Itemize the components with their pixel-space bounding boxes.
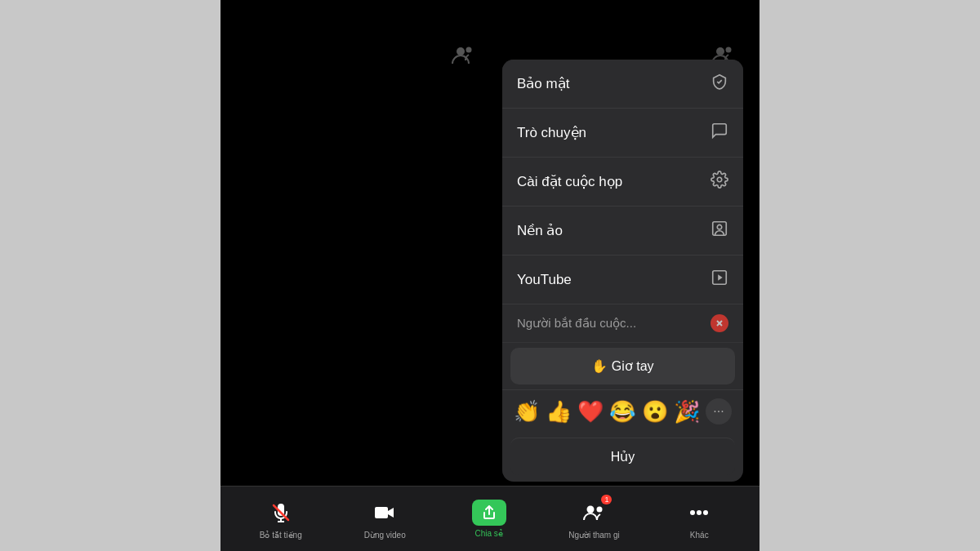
menu-item-peek[interactable]: Người bắt đầu cuộc... — [502, 304, 743, 343]
svg-marker-8 — [718, 274, 723, 280]
play-square-icon — [710, 269, 728, 291]
menu-item-virtual-bg-label: Nền ảo — [517, 222, 563, 239]
toolbar-participants[interactable]: 1 Người tham gi — [568, 498, 620, 540]
emoji-wow[interactable]: 😮 — [642, 401, 668, 422]
gear-icon — [710, 171, 728, 193]
menu-item-chat[interactable]: Trò chuyện — [502, 109, 743, 158]
raise-hand-button[interactable]: ✋ Giơ tay — [510, 348, 735, 384]
svg-point-19 — [703, 510, 708, 515]
video-area: Bảo mật Trò chuyện — [220, 0, 760, 551]
bottom-toolbar: Bỏ tắt tiếng Dừng video — [220, 486, 760, 551]
raise-hand-label: ✋ Giơ tay — [591, 359, 653, 373]
share-icon-wrapper — [472, 500, 506, 526]
emoji-heart[interactable]: ❤️ — [577, 401, 604, 422]
phone-frame: Bảo mật Trò chuyện — [220, 0, 760, 551]
participants-badge: 1 — [601, 495, 612, 504]
menu-item-settings[interactable]: Cài đặt cuộc họp — [502, 158, 743, 207]
toolbar-more[interactable]: Khác — [675, 498, 724, 540]
cancel-button[interactable]: Hủy — [510, 438, 735, 475]
participant-icon-left — [449, 42, 475, 69]
red-circle-icon — [710, 314, 728, 332]
svg-point-6 — [717, 224, 722, 229]
svg-point-1 — [466, 47, 472, 53]
person-square-icon — [710, 220, 728, 242]
toolbar-share[interactable]: Chia sẻ — [465, 500, 514, 538]
cancel-label: Hủy — [611, 450, 635, 464]
share-label: Chia sẻ — [475, 529, 503, 538]
chat-icon — [710, 122, 728, 144]
menu-item-peek-label: Người bắt đầu cuộc... — [517, 316, 636, 331]
menu-item-youtube-label: YouTube — [517, 272, 572, 288]
svg-rect-14 — [375, 507, 388, 518]
emoji-clap[interactable]: 👏 — [514, 401, 540, 422]
toolbar-mute[interactable]: Bỏ tắt tiếng — [256, 498, 305, 540]
mute-label: Bỏ tắt tiếng — [260, 531, 302, 540]
menu-item-security[interactable]: Bảo mật — [502, 60, 743, 109]
menu-item-chat-label: Trò chuyện — [517, 124, 586, 141]
emoji-row: 👏 👍 ❤️ 😂 😮 🎉 ··· — [502, 389, 743, 433]
toolbar-video[interactable]: Dừng video — [360, 498, 409, 540]
more-icon-wrapper — [684, 498, 714, 527]
svg-point-17 — [690, 510, 695, 515]
emoji-party[interactable]: 🎉 — [674, 401, 700, 422]
video-icon-wrapper — [370, 498, 399, 527]
menu-item-youtube[interactable]: YouTube — [502, 256, 743, 304]
svg-point-3 — [726, 47, 732, 53]
svg-point-18 — [697, 510, 702, 515]
menu-item-virtual-bg[interactable]: Nền ảo — [502, 207, 743, 256]
svg-point-0 — [457, 47, 465, 56]
menu-item-settings-label: Cài đặt cuộc họp — [517, 173, 622, 190]
video-label: Dừng video — [364, 531, 406, 540]
menu-section: Bảo mật Trò chuyện — [502, 60, 743, 343]
dropdown-menu: Bảo mật Trò chuyện — [502, 60, 743, 482]
emoji-more-button[interactable]: ··· — [706, 398, 732, 424]
menu-item-security-label: Bảo mật — [517, 75, 569, 92]
svg-point-16 — [597, 507, 603, 513]
svg-point-2 — [716, 47, 724, 56]
svg-point-15 — [587, 506, 595, 513]
participants-icon-wrapper: 1 — [579, 498, 608, 527]
emoji-laugh[interactable]: 😂 — [609, 401, 635, 422]
mute-icon-wrapper — [266, 498, 296, 527]
shield-icon — [710, 73, 728, 95]
emoji-thumbsup[interactable]: 👍 — [546, 401, 572, 422]
participants-label: Người tham gi — [568, 531, 620, 540]
emoji-more-icon: ··· — [713, 404, 724, 419]
svg-point-4 — [717, 177, 722, 182]
more-label: Khác — [690, 531, 709, 540]
